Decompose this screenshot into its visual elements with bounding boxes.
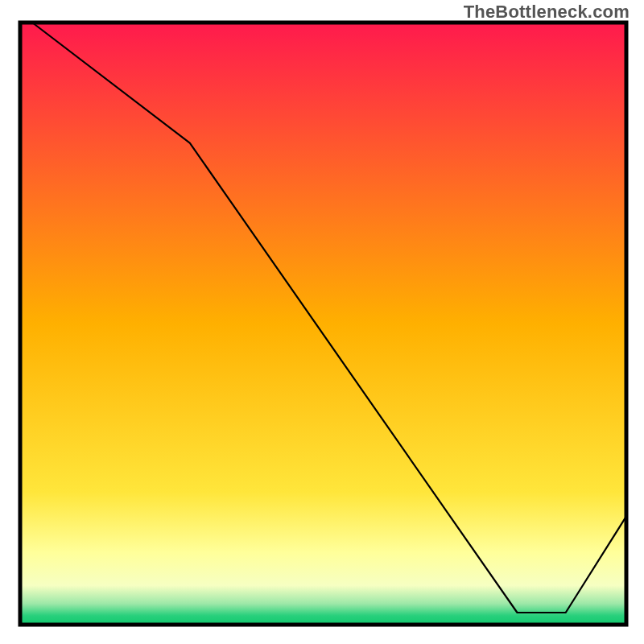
line-chart: [0, 0, 644, 644]
watermark-text: TheBottleneck.com: [464, 2, 630, 23]
plot-background: [20, 23, 626, 625]
chart-container: TheBottleneck.com: [0, 0, 644, 644]
